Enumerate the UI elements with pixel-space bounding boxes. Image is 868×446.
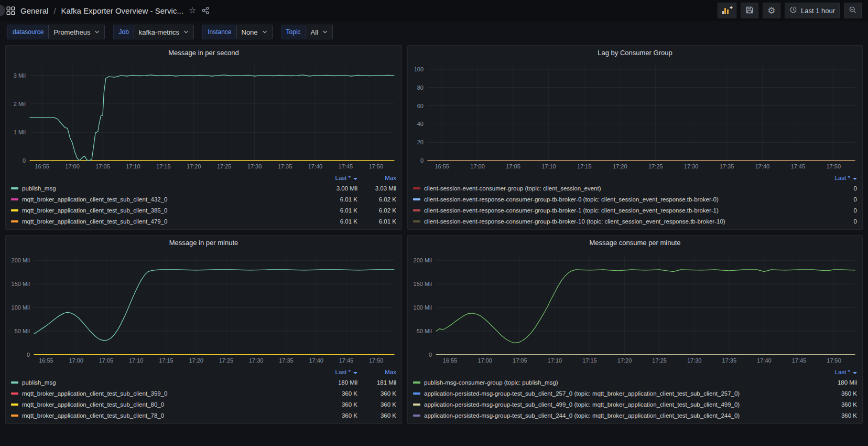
legend-row[interactable]: client-session-event-response-consumer-g… (413, 194, 857, 205)
variable-value-dropdown[interactable]: All (306, 25, 333, 39)
chart-svg[interactable]: 16:5517:0017:0517:1017:1517:2017:2517:30… (6, 250, 402, 366)
legend-row[interactable]: publish_msg3.00 Mil3.03 Mil (11, 183, 396, 194)
x-axis-tick-label: 17:05 (506, 163, 520, 169)
series-color-swatch[interactable] (413, 415, 420, 417)
x-axis-tick-label: 17:40 (309, 357, 323, 364)
legend-row[interactable]: mqtt_broker_application_client_test_sub_… (11, 205, 396, 216)
series-color-swatch[interactable] (11, 209, 18, 211)
legend-sort-column[interactable]: Last * (818, 369, 857, 375)
legend-row[interactable]: application-persisted-msg-group-test_sub… (413, 399, 857, 410)
series-name[interactable]: application-persisted-msg-group-test_sub… (424, 412, 818, 419)
series-color-swatch[interactable] (413, 403, 420, 406)
sidebar-toggle[interactable] (0, 5, 5, 16)
variable-value-dropdown[interactable]: kafka-metrics (134, 25, 194, 39)
dashboard-settings-button[interactable]: ⚙ (763, 3, 780, 18)
series-value: 360 K (319, 412, 357, 419)
legend-row[interactable]: mqtt_broker_application_client_test_sub_… (11, 399, 396, 410)
legend-row[interactable]: mqtt_broker_application_client_test_sub_… (11, 388, 396, 399)
legend-row[interactable]: application-persisted-msg-group-test_sub… (413, 410, 857, 421)
breadcrumb-folder[interactable]: General (20, 6, 48, 15)
series-color-swatch[interactable] (11, 187, 18, 189)
series-color-swatch[interactable] (11, 381, 18, 384)
chart-svg[interactable]: 16:5517:0017:0517:1017:1517:2017:2517:30… (408, 60, 862, 172)
y-axis-tick-label: 1 Mil (14, 129, 26, 135)
legend-sort-column[interactable]: Last * (319, 175, 357, 181)
legend-row[interactable]: client-session-event-response-consumer-g… (413, 205, 857, 216)
chart-svg[interactable]: 16:5517:0017:0517:1017:1517:2017:2517:30… (408, 250, 862, 366)
variable-label[interactable]: Topic (281, 25, 306, 39)
panel-title[interactable]: Message consume per minute (408, 236, 862, 250)
variable-label[interactable]: Instance (202, 25, 236, 39)
legend-row[interactable]: application-persisted-msg-group-test_sub… (413, 388, 857, 399)
series-name[interactable]: client-session-event-consumer-group (top… (424, 185, 818, 192)
legend-row[interactable]: publish_msg180 Mil181 Mil (11, 377, 396, 388)
series-name[interactable]: mqtt_broker_application_client_test_sub_… (22, 390, 319, 397)
series-name[interactable]: mqtt_broker_application_client_test_sub_… (22, 218, 319, 225)
series-name[interactable]: application-persisted-msg-group-test_sub… (424, 401, 818, 408)
legend-row[interactable]: mqtt_broker_application_client_test_sub_… (11, 410, 396, 421)
variable-value-dropdown[interactable]: Prometheus (48, 25, 105, 39)
legend-row[interactable]: mqtt_broker_application_client_test_sub_… (11, 194, 396, 205)
save-dashboard-button[interactable] (741, 3, 758, 18)
zoom-out-button[interactable] (844, 3, 862, 18)
series-color-swatch[interactable] (413, 187, 420, 189)
series-name[interactable]: application-persisted-msg-group-test_sub… (424, 390, 818, 397)
series-name[interactable]: mqtt_broker_application_client_test_sub_… (22, 412, 319, 419)
series-name[interactable]: mqtt_broker_application_client_test_sub_… (22, 196, 319, 203)
chart-area[interactable]: 16:5517:0017:0517:1017:1517:2017:2517:30… (408, 250, 862, 366)
panel-title[interactable]: Message in per second (6, 46, 402, 60)
variable-label[interactable]: Job (113, 25, 133, 39)
chart-area[interactable]: 16:5517:0017:0517:1017:1517:2017:2517:30… (6, 250, 402, 366)
chart-area[interactable]: 16:5517:0017:0517:1017:1517:2017:2517:30… (6, 60, 402, 172)
y-axis-tick-label: 50 Mil (15, 328, 30, 334)
add-panel-button[interactable]: + (718, 3, 736, 18)
legend-sort-column[interactable]: Last * (818, 175, 857, 181)
breadcrumb-dashboard-title: Kafka Exporter Overview - Servic... (61, 6, 183, 15)
time-range-picker[interactable]: Last 1 hour (785, 3, 840, 18)
series-color-swatch[interactable] (11, 220, 18, 222)
legend-sort-column[interactable]: Max (357, 369, 396, 375)
variable-label[interactable]: datasource (7, 25, 48, 39)
series-name[interactable]: mqtt_broker_application_client_test_sub_… (22, 401, 319, 408)
x-axis-tick-label: 17:40 (308, 163, 323, 169)
share-icon[interactable] (201, 6, 210, 15)
series-color-swatch[interactable] (11, 198, 18, 200)
variable-value-dropdown[interactable]: None (236, 25, 273, 39)
x-axis-tick-label: 17:25 (217, 163, 232, 169)
series-color-swatch[interactable] (11, 403, 18, 406)
series-name[interactable]: publish_msg (22, 379, 319, 386)
legend-row[interactable]: mqtt_broker_application_client_test_sub_… (11, 216, 396, 227)
series-color-swatch[interactable] (413, 198, 420, 200)
series-name[interactable]: mqtt_broker_application_client_test_sub_… (22, 207, 319, 214)
dashboards-grid-icon[interactable] (6, 6, 15, 15)
x-axis-tick-label: 16:55 (435, 163, 449, 169)
legend-row[interactable]: client-session-event-response-consumer-g… (413, 216, 857, 227)
legend-sort-column[interactable]: Last * (319, 369, 357, 375)
series-name[interactable]: publish_msg (22, 185, 319, 192)
legend-row[interactable]: publish-msg-consumer-group (topic: publi… (413, 377, 857, 388)
series-name[interactable]: publish-msg-consumer-group (topic: publi… (424, 379, 818, 386)
panel-title[interactable]: Lag by Consumer Group (408, 46, 862, 60)
series-name[interactable]: client-session-event-response-consumer-g… (424, 196, 818, 203)
series-color-swatch[interactable] (413, 381, 420, 384)
series-color-swatch[interactable] (413, 209, 420, 211)
x-axis-tick-label: 17:10 (541, 163, 556, 169)
legend-row[interactable]: client-session-event-consumer-group (top… (413, 183, 857, 194)
chart-area[interactable]: 16:5517:0017:0517:1017:1517:2017:2517:30… (408, 60, 862, 172)
panel-title[interactable]: Message in per minute (6, 236, 402, 250)
x-axis-tick-label: 17:45 (339, 163, 353, 169)
series-name[interactable]: client-session-event-response-consumer-g… (424, 207, 818, 214)
series-value: 0 (818, 196, 857, 203)
star-icon[interactable]: ☆ (189, 6, 196, 15)
series-value: 360 K (818, 412, 857, 419)
series-color-swatch[interactable] (413, 220, 420, 222)
chart-svg[interactable]: 16:5517:0017:0517:1017:1517:2017:2517:30… (6, 60, 402, 172)
x-axis-tick-label: 17:25 (652, 357, 667, 364)
gear-icon: ⚙ (767, 6, 775, 15)
variable-instance: InstanceNone (202, 25, 272, 39)
series-color-swatch[interactable] (11, 415, 18, 417)
series-color-swatch[interactable] (11, 392, 18, 395)
legend-sort-column[interactable]: Max (357, 175, 396, 181)
series-name[interactable]: client-session-event-response-consumer-g… (424, 218, 818, 225)
series-color-swatch[interactable] (413, 392, 420, 395)
